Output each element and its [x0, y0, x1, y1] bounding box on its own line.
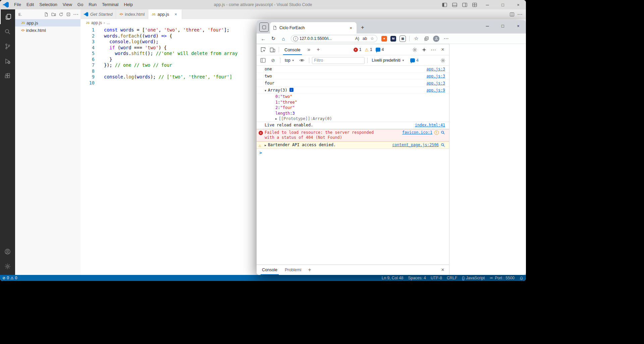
copilot-icon[interactable]: [420, 45, 428, 54]
refresh-icon[interactable]: [58, 11, 64, 18]
split-editor-icon[interactable]: [508, 11, 515, 18]
toggle-sidebar-icon[interactable]: [439, 0, 449, 9]
collections-icon[interactable]: [422, 34, 431, 43]
tab-close-icon[interactable]: ×: [173, 12, 178, 17]
source-link[interactable]: index.html:41: [412, 123, 445, 128]
device-toolbar-icon[interactable]: [268, 45, 277, 54]
settings-gear-icon[interactable]: [0, 259, 15, 274]
settings-menu-icon[interactable]: ⋯: [441, 34, 451, 43]
toggle-secondary-sidebar-icon[interactable]: [460, 0, 470, 9]
console-warning-row[interactable]: ⚠▶Bartender API access denied.content_pa…: [257, 141, 449, 149]
status-live-server-port[interactable]: Port : 5500: [487, 275, 517, 281]
new-tab-button[interactable]: +: [358, 23, 367, 32]
extension-a-icon[interactable]: ●: [381, 36, 387, 42]
menu-selection[interactable]: Selection: [37, 0, 60, 9]
browser-tab[interactable]: Ciclo ForEach ×: [270, 22, 357, 34]
tab-app-js[interactable]: JS app.js ×: [148, 9, 182, 19]
collapse-folders-icon[interactable]: [65, 11, 72, 18]
tab-get-started[interactable]: Get Started: [80, 9, 116, 19]
explorer-more-actions-icon[interactable]: ⋯: [72, 11, 79, 18]
devtools-close-icon[interactable]: ×: [438, 45, 447, 54]
log-levels-dropdown[interactable]: Livelli predefiniti ▼: [370, 58, 406, 63]
status-eol[interactable]: CRLF: [444, 275, 460, 281]
devtools-more-options-icon[interactable]: ⋯: [429, 45, 438, 54]
source-link[interactable]: favicon.ico:1: [399, 130, 432, 135]
refresh-icon[interactable]: ↻: [269, 34, 278, 43]
console-prompt[interactable]: >: [257, 149, 449, 157]
drawer-close-icon[interactable]: ×: [438, 266, 447, 274]
search-source-icon[interactable]: [441, 143, 445, 147]
back-icon[interactable]: ←: [259, 34, 268, 43]
message-count-badge[interactable]: 4: [376, 47, 384, 52]
menu-file[interactable]: File: [11, 0, 24, 9]
account-icon[interactable]: [0, 244, 15, 259]
drawer-tab-problemi[interactable]: Problemi: [281, 265, 305, 275]
devtools-tab-console[interactable]: Console: [281, 44, 304, 55]
edge-tab-strip[interactable]: Ciclo ForEach × + ─ □ ×: [257, 20, 526, 34]
extension-m-icon[interactable]: M: [390, 36, 396, 42]
customize-layout-icon[interactable]: [470, 0, 480, 9]
clear-console-icon[interactable]: ⊘: [269, 56, 277, 65]
drawer-add-tab-icon[interactable]: +: [305, 266, 314, 274]
expand-arrow-icon[interactable]: ▶: [275, 117, 277, 122]
source-link[interactable]: content_page.js:2506: [389, 142, 439, 148]
profile-avatar[interactable]: [433, 36, 439, 42]
vscode-title-bar[interactable]: File Edit Selection View Go Run Terminal…: [0, 0, 526, 9]
favorites-icon[interactable]: ☆: [412, 34, 421, 43]
url-text[interactable]: 127.0.0.1:5500/i...: [300, 36, 353, 41]
open-issue-icon[interactable]: !: [434, 130, 439, 135]
text-tools-icon[interactable]: ab: [362, 36, 368, 41]
live-expression-eye-icon[interactable]: [298, 56, 306, 65]
devtools-settings-gear-icon[interactable]: [410, 45, 419, 54]
tab-close-icon[interactable]: ×: [348, 25, 354, 31]
problems-status[interactable]: ⊘ 0 ⚠ 0: [0, 275, 19, 281]
explorer-view-icon[interactable]: [0, 9, 16, 24]
search-source-icon[interactable]: [441, 143, 445, 147]
file-item-appjs[interactable]: JS app.js: [15, 19, 80, 26]
console-message-count-badge[interactable]: 4: [410, 58, 419, 63]
drawer-tab-console[interactable]: Console: [259, 265, 281, 275]
run-debug-view-icon[interactable]: [0, 54, 15, 68]
status-indentation[interactable]: Spaces: 4: [406, 275, 428, 281]
file-item-indexhtml[interactable]: <> index.html: [15, 26, 80, 34]
expand-arrow-icon[interactable]: ▼: [265, 88, 266, 93]
search-view-icon[interactable]: [0, 24, 15, 39]
source-link[interactable]: app.js:3: [423, 81, 445, 86]
vscode-maximize-button[interactable]: □: [495, 0, 511, 9]
console-filter-input[interactable]: [312, 57, 365, 64]
javascript-context-dropdown[interactable]: top ▼: [283, 58, 296, 63]
source-link[interactable]: app.js:3: [423, 74, 445, 79]
extensions-view-icon[interactable]: [0, 68, 15, 83]
prototype-row[interactable]: ▶[[Prototype]]: Array(0): [257, 116, 449, 122]
source-link[interactable]: app.js:9: [423, 88, 445, 93]
breadcrumb-file[interactable]: app.js: [91, 20, 102, 25]
status-language[interactable]: {} JavaScript: [460, 275, 487, 281]
tab-actions-menu-icon[interactable]: [259, 22, 269, 32]
add-favorite-star-icon[interactable]: ☆: [369, 36, 375, 41]
source-control-view-icon[interactable]: [0, 39, 15, 54]
menu-run[interactable]: Run: [86, 0, 99, 9]
source-link[interactable]: app.js:3: [423, 67, 445, 72]
extensions-puzzle-icon[interactable]: ▦: [399, 36, 406, 42]
new-file-icon[interactable]: [43, 11, 50, 18]
console-settings-gear-icon[interactable]: [438, 56, 447, 65]
site-info-icon[interactable]: i: [293, 36, 298, 41]
menu-help[interactable]: Help: [121, 0, 136, 9]
warning-count-badge[interactable]: ⚠ 1: [365, 47, 372, 52]
search-source-icon[interactable]: [441, 130, 445, 135]
inspect-element-icon[interactable]: [259, 45, 267, 54]
breadcrumb-symbol[interactable]: ...: [107, 20, 110, 25]
edge-maximize-button[interactable]: □: [495, 20, 511, 32]
read-aloud-icon[interactable]: A): [354, 36, 360, 41]
tab-index-html[interactable]: <> index.html: [116, 9, 148, 19]
expand-arrow-icon[interactable]: ▶: [265, 143, 266, 148]
notifications-bell[interactable]: [517, 275, 526, 281]
console-sidebar-icon[interactable]: [259, 56, 267, 65]
status-line-col[interactable]: Ln 9, Col 48: [379, 275, 406, 281]
menu-view[interactable]: View: [60, 0, 75, 9]
menu-terminal[interactable]: Terminal: [99, 0, 121, 9]
editor-more-actions-icon[interactable]: ⋯: [517, 11, 523, 18]
toggle-panel-icon[interactable]: [449, 0, 460, 9]
menu-go[interactable]: Go: [75, 0, 86, 9]
vscode-close-button[interactable]: ×: [511, 0, 526, 9]
